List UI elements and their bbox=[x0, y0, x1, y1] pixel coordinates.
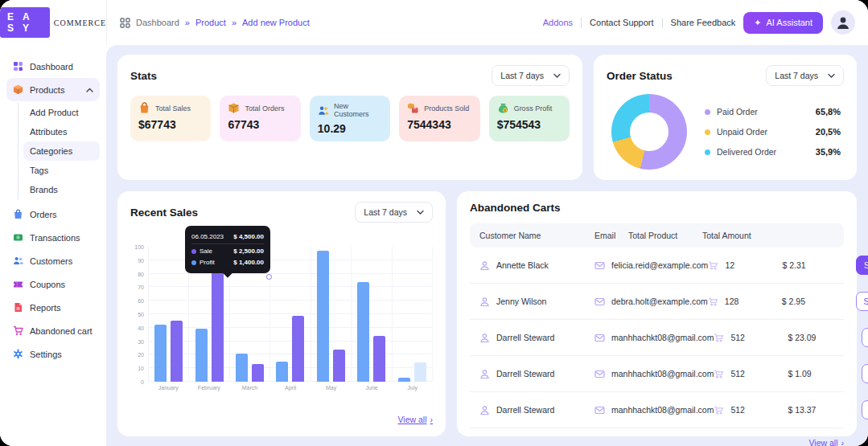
recent-sales-view-all-link[interactable]: View all › bbox=[398, 415, 434, 424]
period-value: Last 7 days bbox=[775, 71, 818, 80]
addons-link[interactable]: Addons bbox=[543, 18, 573, 27]
x-tick-label: March bbox=[229, 385, 270, 391]
stat-value: $754543 bbox=[497, 118, 562, 131]
y-tick-label: 100 bbox=[134, 244, 144, 250]
bar-group bbox=[352, 247, 392, 382]
order-status-period-dropdown[interactable]: Last 7 days bbox=[766, 65, 844, 86]
stat-label: New Customers bbox=[334, 102, 382, 118]
stat-tile-new-customers[interactable]: New Customers 10.29 bbox=[310, 96, 390, 141]
sidebar-item-reports[interactable]: Reports bbox=[6, 296, 100, 319]
header-actions: Addons Contact Support Share Feedback ✦ … bbox=[543, 10, 855, 35]
bar-profit[interactable] bbox=[398, 378, 410, 382]
y-tick-label: 10 bbox=[138, 366, 144, 371]
bar-profit[interactable] bbox=[195, 329, 208, 382]
chevron-down-icon bbox=[553, 73, 561, 78]
bar-profit[interactable] bbox=[236, 354, 248, 382]
sidebar-item-attributes[interactable]: Attributes bbox=[23, 122, 100, 141]
bar-sale[interactable] bbox=[292, 316, 304, 382]
sidebar-item-customers[interactable]: Customers bbox=[6, 249, 100, 272]
sidebar-label: Customers bbox=[30, 256, 72, 266]
stat-value: $67743 bbox=[138, 118, 203, 131]
send-button[interactable]: Send bbox=[856, 292, 868, 311]
abandoned-cart-icon bbox=[13, 325, 23, 336]
bar-profit[interactable] bbox=[357, 282, 369, 382]
x-tick-label: April bbox=[270, 385, 311, 391]
bar-sale[interactable] bbox=[333, 350, 345, 382]
stat-tile-total-orders[interactable]: Total Orders 67743 bbox=[220, 96, 300, 141]
bar-sale[interactable] bbox=[212, 271, 224, 382]
person-icon bbox=[479, 260, 490, 271]
abandoned-carts-table: Customer Name Email Total Product Total … bbox=[470, 223, 844, 428]
settings-icon bbox=[13, 349, 23, 359]
email-icon bbox=[594, 369, 605, 379]
sidebar-item-settings[interactable]: Settings bbox=[6, 342, 100, 366]
sidebar-item-add-product[interactable]: Add Product bbox=[23, 103, 100, 122]
abandoned-carts-view-all-link[interactable]: View all › bbox=[809, 438, 845, 446]
stat-tile-total-sales[interactable]: Total Sales $67743 bbox=[130, 96, 211, 141]
money-bag-icon: $ bbox=[497, 102, 509, 114]
table-row: Jenny Wilsondebra.holt@example.com128$ 2… bbox=[470, 284, 844, 320]
bar-sale[interactable] bbox=[252, 364, 264, 382]
sidebar-item-products[interactable]: Products bbox=[6, 78, 100, 101]
sidebar-item-abandoned-cart[interactable]: Abandoned cart bbox=[6, 319, 100, 342]
stat-value: 7544343 bbox=[407, 118, 471, 131]
view-button[interactable]: View bbox=[862, 328, 868, 347]
sidebar-item-coupons[interactable]: Coupons bbox=[6, 272, 100, 296]
y-tick-label: 20 bbox=[138, 352, 144, 358]
stats-title: Stats bbox=[130, 70, 157, 82]
total-product: 512 bbox=[730, 369, 745, 378]
sidebar-item-categories[interactable]: Categories bbox=[23, 141, 100, 161]
breadcrumb-dashboard[interactable]: Dashboard bbox=[136, 18, 179, 27]
stat-tile-products-sold[interactable]: Products Sold 7544343 bbox=[399, 96, 479, 141]
sidebar-item-orders[interactable]: Orders bbox=[6, 203, 100, 226]
bar-group bbox=[149, 247, 189, 382]
customer-name: Darrell Steward bbox=[496, 333, 554, 342]
bar-profit[interactable] bbox=[276, 362, 288, 382]
boxes-icon bbox=[407, 102, 419, 114]
breadcrumb: Dashboard » Product » Add new Product bbox=[120, 18, 310, 28]
view-button[interactable]: View bbox=[862, 400, 868, 419]
send-button[interactable]: Send bbox=[856, 256, 868, 275]
bar-sale[interactable] bbox=[171, 321, 183, 382]
col-total-product: Total Product bbox=[628, 231, 702, 240]
view-button[interactable]: View bbox=[862, 364, 868, 383]
breadcrumb-product[interactable]: Product bbox=[195, 18, 226, 27]
bar-sale[interactable] bbox=[373, 336, 385, 382]
sidebar-item-transactions[interactable]: Transactions bbox=[6, 226, 100, 249]
order-status-card: Order Status Last 7 days Paid Order bbox=[594, 55, 857, 180]
sidebar-item-dashboard[interactable]: Dashboard bbox=[6, 55, 100, 78]
sidebar-item-tags[interactable]: Tags bbox=[23, 161, 100, 180]
bar-profit[interactable] bbox=[154, 325, 167, 382]
stats-card: Stats Last 7 days Total Sales $67 bbox=[117, 55, 582, 180]
customer-name: Annette Black bbox=[496, 260, 549, 270]
stat-label: Total Orders bbox=[245, 104, 284, 113]
orders-icon bbox=[13, 209, 23, 219]
shopping-bag-icon bbox=[138, 102, 150, 114]
stat-tile-gross-profit[interactable]: $ Gross Profit $754543 bbox=[489, 96, 570, 141]
bar-profit[interactable] bbox=[317, 251, 329, 382]
email-icon bbox=[594, 297, 605, 307]
share-feedback-link[interactable]: Share Feedback bbox=[671, 18, 736, 27]
recent-sales-period-dropdown[interactable]: Last 7 days bbox=[355, 202, 433, 223]
sidebar-item-brands[interactable]: Brands bbox=[23, 180, 100, 199]
legend-row-delivered: Delivered Order 35,9% bbox=[705, 147, 844, 157]
total-product: 12 bbox=[725, 260, 734, 270]
cart-icon bbox=[708, 260, 718, 271]
logo-mark: E A S Y bbox=[0, 7, 50, 38]
transactions-icon bbox=[13, 232, 23, 243]
bar-sale[interactable] bbox=[414, 362, 426, 382]
customer-email: manhhachkt08@gmail.com bbox=[611, 405, 714, 415]
customer-name: Darrell Steward bbox=[496, 405, 554, 415]
bar-chart: 1009080706050403020100 JanuaryFebruaryMa… bbox=[130, 247, 433, 405]
breadcrumb-add-new-product[interactable]: Add new Product bbox=[242, 18, 310, 27]
logo[interactable]: E A S Y COMMERCE bbox=[0, 0, 106, 45]
contact-support-link[interactable]: Contact Support bbox=[590, 18, 654, 27]
cart-icon bbox=[708, 297, 718, 307]
person-icon bbox=[479, 297, 490, 307]
recent-sales-card: Recent Sales Last 7 days 100908070605040… bbox=[117, 191, 446, 436]
user-avatar[interactable] bbox=[831, 10, 855, 35]
bar-group bbox=[311, 247, 352, 382]
ai-assistant-button[interactable]: ✦ AI Assistant bbox=[743, 12, 823, 34]
col-email: Email bbox=[594, 231, 628, 240]
stats-period-dropdown[interactable]: Last 7 days bbox=[492, 65, 570, 86]
